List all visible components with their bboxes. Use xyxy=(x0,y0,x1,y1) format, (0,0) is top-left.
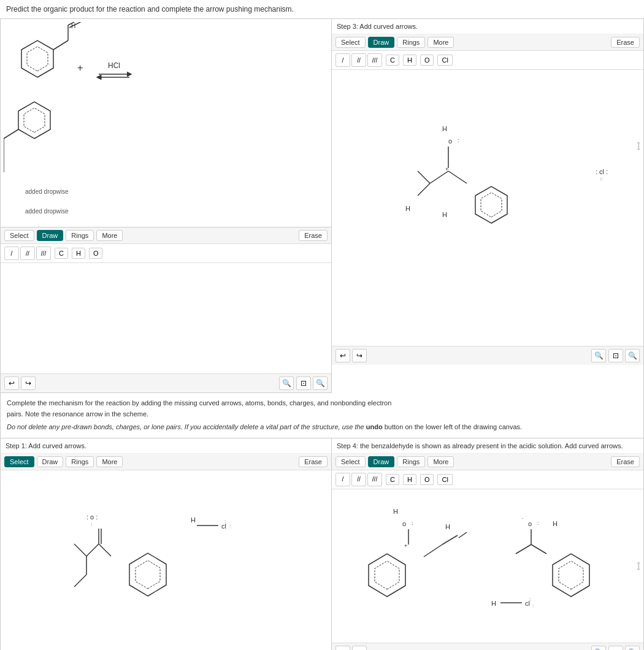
svg-marker-0 xyxy=(21,40,53,77)
step1-erase-btn[interactable]: Erase xyxy=(299,456,328,467)
svg-line-42 xyxy=(74,575,86,587)
step1-select-btn[interactable]: Select xyxy=(4,456,34,467)
svg-marker-55 xyxy=(369,554,405,597)
svg-marker-11 xyxy=(18,102,50,139)
step3-erase-btn[interactable]: Erase xyxy=(611,37,640,48)
svg-line-59 xyxy=(459,532,467,538)
step4-scroll: ⟺ xyxy=(635,562,642,570)
svg-text::: : xyxy=(458,137,459,143)
step3-more-btn[interactable]: More xyxy=(427,37,454,48)
select-btn[interactable]: Select xyxy=(4,230,34,241)
step4-zoom-in[interactable]: 🔍 xyxy=(591,646,606,650)
step4-c-btn[interactable]: C xyxy=(386,474,399,485)
zoom-fit-btn[interactable]: ⊡ xyxy=(296,377,311,390)
svg-text:H: H xyxy=(442,125,447,132)
svg-text:: cl :: : cl : xyxy=(596,168,608,175)
svg-text::: : xyxy=(532,603,534,608)
svg-text:o: o xyxy=(448,137,452,145)
rings-btn[interactable]: Rings xyxy=(66,230,94,241)
draw-canvas-top[interactable] xyxy=(1,263,331,373)
step3-select-btn[interactable]: Select xyxy=(335,37,366,48)
step3-cl-btn[interactable]: Cl xyxy=(437,55,452,66)
step3-h-btn[interactable]: H xyxy=(403,55,416,66)
step3-zoom-fit[interactable]: ⊡ xyxy=(608,349,623,362)
svg-marker-12 xyxy=(24,108,45,132)
step1-more-btn[interactable]: More xyxy=(96,456,123,467)
step1-svg: : o : : xyxy=(1,470,320,633)
svg-line-27 xyxy=(418,183,430,196)
svg-line-66 xyxy=(516,545,531,554)
step3-double-bond[interactable]: // xyxy=(351,53,366,67)
svg-text:H: H xyxy=(191,516,196,524)
svg-line-2 xyxy=(53,40,68,50)
step3-triple-bond[interactable]: /// xyxy=(367,53,382,67)
svg-line-24 xyxy=(430,171,448,183)
erase-btn[interactable]: Erase xyxy=(299,230,328,241)
step3-scroll: ⟺ xyxy=(635,142,642,150)
svg-text::: : xyxy=(229,523,231,529)
step3-c-btn[interactable]: C xyxy=(386,55,399,66)
svg-marker-1 xyxy=(27,47,48,71)
step3-redo-btn[interactable]: ↪ xyxy=(352,349,367,362)
step4-o-btn[interactable]: O xyxy=(420,474,434,485)
svg-text:H: H xyxy=(442,211,447,218)
svg-line-40 xyxy=(74,544,86,556)
step3-single-bond[interactable]: / xyxy=(335,53,350,67)
svg-line-57 xyxy=(424,545,442,557)
step1-draw-btn[interactable]: Draw xyxy=(37,456,64,467)
step4-h-btn[interactable]: H xyxy=(403,474,416,485)
step3-draw-btn[interactable]: Draw xyxy=(368,37,395,48)
single-bond-btn[interactable]: / xyxy=(4,247,19,260)
step3-rings-btn[interactable]: Rings xyxy=(397,37,425,48)
svg-text::: : xyxy=(529,597,531,602)
step4-double-bond[interactable]: // xyxy=(351,473,366,486)
step3-zoom-in[interactable]: 🔍 xyxy=(591,349,606,362)
step4-redo-btn[interactable]: ↪ xyxy=(352,646,367,650)
step4-select-btn[interactable]: Select xyxy=(335,456,366,467)
draw-panel-top: Select Draw Rings More Erase / // /// C … xyxy=(1,228,331,393)
zoom-in-btn[interactable]: 🔍 xyxy=(279,377,294,390)
more-btn[interactable]: More xyxy=(96,230,123,241)
svg-marker-44 xyxy=(136,560,160,589)
reaction-svg: H + HCl xyxy=(4,22,323,224)
step3-canvas[interactable]: H o : + xyxy=(332,70,643,346)
undo-btn[interactable]: ↩ xyxy=(4,377,19,390)
svg-text::: : xyxy=(537,520,539,526)
svg-marker-28 xyxy=(475,186,507,223)
c-atom-btn[interactable]: C xyxy=(55,248,68,259)
redo-btn[interactable]: ↪ xyxy=(21,377,36,390)
page-title: Predict the organic product for the reac… xyxy=(0,0,644,18)
svg-text:o: o xyxy=(528,520,532,527)
step1-rings-btn[interactable]: Rings xyxy=(66,456,94,467)
svg-line-39 xyxy=(99,544,111,556)
step4-undo-btn[interactable]: ↩ xyxy=(335,646,350,650)
svg-line-25 xyxy=(448,171,467,183)
step4-cl-btn[interactable]: Cl xyxy=(437,474,452,485)
triple-bond-btn[interactable]: /// xyxy=(36,247,51,260)
draw-btn[interactable]: Draw xyxy=(37,230,64,241)
step4-rings-btn[interactable]: Rings xyxy=(397,456,425,467)
svg-line-38 xyxy=(86,544,99,556)
step4-triple-bond[interactable]: /// xyxy=(367,473,382,486)
step1-canvas[interactable]: : o : : xyxy=(1,470,331,636)
step4-zoom-fit[interactable]: ⊡ xyxy=(608,646,623,650)
double-bond-btn[interactable]: // xyxy=(20,247,35,260)
step4-zoom-out[interactable]: 🔍 xyxy=(625,646,640,650)
svg-text:·: · xyxy=(522,515,524,521)
step3-panel: Step 3: Add curved arrows. Select Draw R… xyxy=(332,19,643,393)
step4-more-btn[interactable]: More xyxy=(427,456,454,467)
step3-o-btn[interactable]: O xyxy=(420,55,434,66)
svg-text::: : xyxy=(91,521,92,527)
step3-zoom-out[interactable]: 🔍 xyxy=(625,349,640,362)
step4-erase-btn[interactable]: Erase xyxy=(611,456,640,467)
step3-undo-btn[interactable]: ↩ xyxy=(335,349,350,362)
zoom-out-btn[interactable]: 🔍 xyxy=(313,377,328,390)
o-atom-btn[interactable]: O xyxy=(89,248,103,259)
step4-single-bond[interactable]: / xyxy=(335,473,350,486)
step4-panel: Step 4: the benzaldehyde is shown as alr… xyxy=(332,438,643,650)
step4-canvas[interactable]: H o : + H xyxy=(332,489,643,643)
svg-text::: : xyxy=(224,518,226,524)
h-atom-btn[interactable]: H xyxy=(72,248,85,259)
svg-text:o: o xyxy=(402,520,406,527)
step4-draw-btn[interactable]: Draw xyxy=(368,456,395,467)
